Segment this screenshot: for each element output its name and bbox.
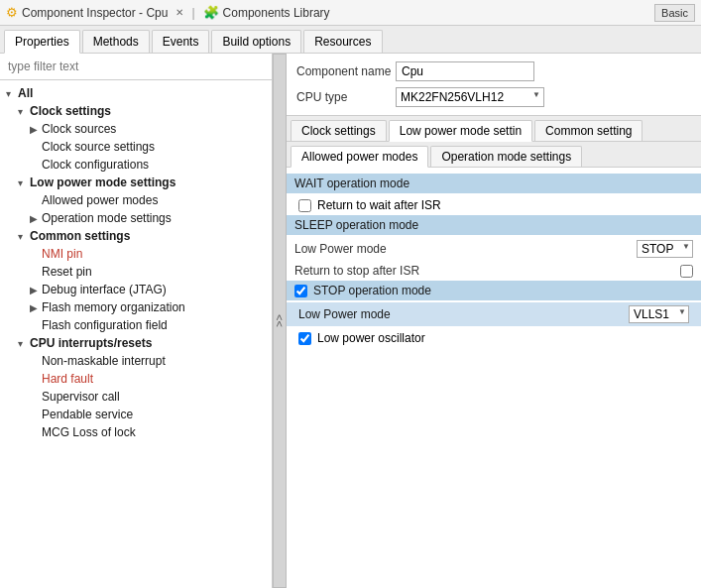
low-power-osc-row: Low power oscillator bbox=[287, 328, 701, 348]
stop-section-header: STOP operation mode bbox=[287, 281, 701, 300]
tree-item-clock-source-settings[interactable]: Clock source settings bbox=[0, 138, 272, 156]
tree-item-clock-configurations[interactable]: Clock configurations bbox=[0, 156, 272, 174]
tree-item-flash-config[interactable]: Flash configuration field bbox=[0, 316, 272, 334]
low-power-osc-label: Low power oscillator bbox=[317, 331, 425, 345]
tree-label-reset-pin: Reset pin bbox=[42, 265, 92, 279]
tree-label-clock-sources: Clock sources bbox=[42, 122, 116, 136]
component-header: Component name CPU type MK22FN256VLH12 bbox=[287, 54, 701, 116]
return-stop-row: Return to stop after ISR bbox=[287, 261, 701, 281]
expand-icon-dj: ▶ bbox=[30, 285, 42, 295]
return-stop-label: Return to stop after ISR bbox=[294, 264, 680, 278]
tree-item-clock-settings[interactable]: ▾ Clock settings bbox=[0, 102, 272, 120]
tab-clock-settings[interactable]: Clock settings bbox=[291, 120, 387, 141]
component-icon: ⚙ bbox=[6, 5, 18, 20]
filter-input[interactable] bbox=[0, 54, 272, 80]
return-wait-row: Return to wait after ISR bbox=[287, 195, 701, 215]
tree-item-clock-sources[interactable]: ▶ Clock sources bbox=[0, 120, 272, 138]
tree-label-allowed-power: Allowed power modes bbox=[42, 193, 158, 207]
tab-events[interactable]: Events bbox=[152, 30, 210, 53]
tab-operation-mode-settings[interactable]: Operation mode settings bbox=[430, 146, 582, 167]
vlls-label: Low Power mode bbox=[298, 307, 623, 321]
low-power-osc-checkbox[interactable] bbox=[298, 332, 311, 345]
close-icon-1[interactable]: ✕ bbox=[175, 7, 183, 18]
tree-label-non-maskable: Non-maskable interrupt bbox=[42, 354, 166, 368]
vlls-subsection: Low Power mode VLLS1 bbox=[287, 302, 701, 326]
tree-label-operation-mode: Operation mode settings bbox=[42, 211, 172, 225]
main-area: ▾ All ▾ Clock settings ▶ Clock sources C… bbox=[0, 54, 701, 588]
tree-label-clock-source-settings: Clock source settings bbox=[42, 140, 155, 154]
tree-item-supervisor-call[interactable]: Supervisor call bbox=[0, 388, 272, 406]
tab-low-power-mode[interactable]: Low power mode settin bbox=[389, 120, 532, 142]
tree-label-clock-settings: Clock settings bbox=[30, 104, 111, 118]
library-icon: 🧩 bbox=[203, 5, 219, 20]
tree-label-pendable-service: Pendable service bbox=[42, 408, 133, 421]
vlls-select[interactable]: VLLS1 bbox=[629, 305, 689, 323]
cpu-type-select[interactable]: MK22FN256VLH12 bbox=[396, 87, 544, 107]
tree-label-nmi-pin: NMI pin bbox=[42, 247, 82, 261]
expand-icon-cs: ▾ bbox=[18, 231, 30, 242]
expand-icon-lp: ▾ bbox=[18, 177, 30, 188]
right-panel: Component name CPU type MK22FN256VLH12 C… bbox=[287, 54, 701, 588]
return-wait-checkbox[interactable] bbox=[298, 199, 311, 212]
tab-properties[interactable]: Properties bbox=[4, 30, 80, 54]
tree-item-common-settings[interactable]: ▾ Common settings bbox=[0, 227, 272, 245]
tree-item-reset-pin[interactable]: Reset pin bbox=[0, 263, 272, 281]
top-tab-bar: Properties Methods Events Build options … bbox=[0, 26, 701, 54]
tree-label-hard-fault: Hard fault bbox=[42, 372, 93, 386]
title-text-1: Component Inspector - Cpu bbox=[22, 6, 168, 20]
comp-name-label: Component name bbox=[296, 64, 396, 78]
tree-label-supervisor-call: Supervisor call bbox=[42, 390, 120, 404]
sleep-section-header: SLEEP operation mode bbox=[287, 215, 701, 235]
tree-item-mcg-loss[interactable]: MCG Loss of lock bbox=[0, 423, 272, 441]
tree-item-low-power[interactable]: ▾ Low power mode settings bbox=[0, 174, 272, 191]
wait-section-header: WAIT operation mode bbox=[287, 174, 701, 193]
tree-item-allowed-power[interactable]: Allowed power modes bbox=[0, 191, 272, 209]
tab-bar-2: Clock settings Low power mode settin Com… bbox=[287, 116, 701, 142]
tree-label-flash-memory: Flash memory organization bbox=[42, 300, 185, 314]
expand-icon-all: ▾ bbox=[6, 88, 18, 99]
tab-build-options[interactable]: Build options bbox=[211, 30, 301, 53]
tree-label-debug-jtag: Debug interface (JTAG) bbox=[42, 283, 167, 296]
tree-item-hard-fault[interactable]: Hard fault bbox=[0, 370, 272, 388]
expand-icon-ci: ▾ bbox=[18, 338, 30, 349]
expand-icon-om: ▶ bbox=[30, 213, 42, 224]
tree-item-operation-mode[interactable]: ▶ Operation mode settings bbox=[0, 209, 272, 227]
tree-label-low-power: Low power mode settings bbox=[30, 176, 175, 189]
tab-methods[interactable]: Methods bbox=[82, 30, 150, 53]
settings-area: WAIT operation mode Return to wait after… bbox=[287, 168, 701, 588]
tree-label-mcg-loss: MCG Loss of lock bbox=[42, 425, 136, 439]
cpu-type-label: CPU type bbox=[296, 90, 396, 104]
low-power-mode-row: Low Power mode STOP bbox=[287, 237, 701, 261]
return-wait-label: Return to wait after ISR bbox=[317, 198, 441, 212]
comp-name-input[interactable] bbox=[396, 61, 534, 81]
tree-item-pendable-service[interactable]: Pendable service bbox=[0, 406, 272, 423]
tree-item-debug-jtag[interactable]: ▶ Debug interface (JTAG) bbox=[0, 281, 272, 298]
return-stop-checkbox[interactable] bbox=[680, 265, 693, 278]
component-inspector-title: ⚙ Component Inspector - Cpu ✕ bbox=[6, 5, 183, 20]
tree-item-flash-memory[interactable]: ▶ Flash memory organization bbox=[0, 298, 272, 316]
tab-allowed-power-modes[interactable]: Allowed power modes bbox=[291, 146, 428, 168]
stop-label: STOP operation mode bbox=[313, 284, 431, 297]
tree-item-non-maskable[interactable]: Non-maskable interrupt bbox=[0, 352, 272, 370]
tree-label-cpu-interrupts: CPU interrupts/resets bbox=[30, 336, 152, 350]
tab-resources[interactable]: Resources bbox=[303, 30, 382, 53]
expand-icon-clock: ▾ bbox=[18, 106, 30, 117]
tree-item-nmi-pin[interactable]: NMI pin bbox=[0, 245, 272, 263]
components-library-title: 🧩 Components Library bbox=[203, 5, 330, 20]
title-bar: ⚙ Component Inspector - Cpu ✕ | 🧩 Compon… bbox=[0, 0, 701, 26]
basic-label: Basic bbox=[654, 4, 695, 22]
title-text-2: Components Library bbox=[223, 6, 330, 20]
tree-label-common-settings: Common settings bbox=[30, 229, 130, 243]
collapse-button[interactable]: << bbox=[273, 54, 287, 588]
tree-label-clock-configurations: Clock configurations bbox=[42, 158, 149, 172]
expand-icon-clock-sources: ▶ bbox=[30, 124, 42, 135]
expand-icon-fm: ▶ bbox=[30, 302, 42, 313]
tab-bar-3: Allowed power modes Operation mode setti… bbox=[287, 142, 701, 168]
low-power-mode-select[interactable]: STOP bbox=[637, 240, 693, 258]
stop-enabled-checkbox[interactable] bbox=[294, 285, 307, 297]
low-power-mode-label: Low Power mode bbox=[294, 242, 637, 256]
tree-item-all[interactable]: ▾ All bbox=[0, 84, 272, 102]
tab-common-setting[interactable]: Common setting bbox=[534, 120, 643, 141]
tree-label-all: All bbox=[18, 86, 33, 100]
tree-item-cpu-interrupts[interactable]: ▾ CPU interrupts/resets bbox=[0, 334, 272, 352]
